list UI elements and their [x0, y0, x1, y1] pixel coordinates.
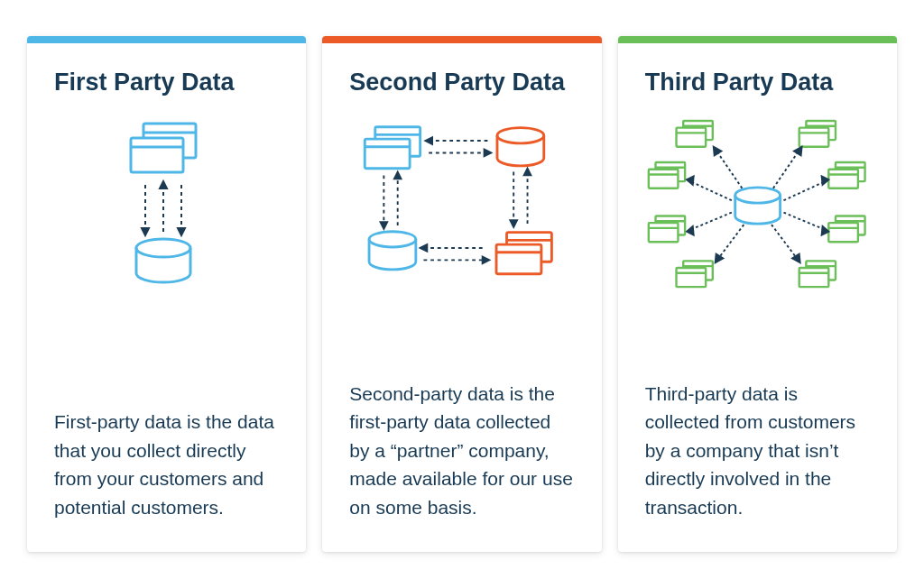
svg-marker-34	[420, 244, 428, 252]
svg-rect-44	[799, 128, 828, 147]
svg-marker-5	[142, 228, 149, 235]
svg-line-78	[690, 213, 732, 230]
card-body: Second Party Data	[322, 43, 601, 552]
svg-rect-19	[496, 244, 541, 274]
svg-marker-79	[687, 226, 694, 235]
card-description: Second-party data is the first-party dat…	[349, 380, 574, 522]
svg-rect-60	[828, 223, 858, 242]
svg-point-16	[369, 232, 416, 247]
card-second-party: Second Party Data	[322, 36, 601, 552]
svg-line-84	[772, 225, 798, 259]
svg-marker-71	[713, 147, 721, 156]
first-party-diagram	[54, 106, 279, 304]
svg-marker-73	[794, 147, 802, 156]
svg-marker-36	[483, 257, 490, 264]
card-third-party: Third Party Data	[618, 36, 897, 552]
card-title: Second Party Data	[349, 69, 574, 96]
svg-point-15	[497, 128, 544, 143]
svg-point-10	[136, 239, 190, 257]
svg-marker-30	[511, 220, 518, 227]
card-accent-bar	[618, 36, 897, 43]
svg-rect-68	[799, 268, 828, 287]
svg-rect-13	[365, 139, 411, 169]
card-body: First Party Data	[27, 43, 306, 552]
svg-line-80	[783, 213, 825, 230]
svg-line-74	[690, 181, 732, 200]
svg-point-37	[735, 188, 780, 203]
svg-rect-40	[676, 128, 706, 147]
card-description: First-party data is the data that you co…	[54, 408, 279, 521]
svg-marker-9	[178, 228, 185, 235]
svg-marker-83	[715, 254, 723, 263]
svg-line-82	[717, 225, 744, 259]
svg-marker-24	[485, 150, 492, 157]
svg-marker-26	[381, 222, 388, 229]
second-party-diagram	[349, 106, 574, 304]
svg-marker-22	[426, 137, 433, 144]
svg-marker-75	[687, 176, 694, 185]
svg-rect-48	[648, 170, 678, 188]
card-accent-bar	[27, 36, 306, 43]
svg-marker-32	[524, 169, 531, 176]
card-description: Third-party data is collected from custo…	[645, 380, 870, 522]
card-accent-bar	[322, 36, 601, 43]
svg-line-72	[773, 151, 799, 188]
svg-rect-64	[676, 268, 706, 287]
svg-rect-56	[648, 223, 678, 242]
card-title: First Party Data	[54, 69, 279, 96]
svg-line-76	[783, 181, 825, 200]
svg-marker-28	[394, 172, 402, 179]
svg-rect-2	[131, 138, 183, 172]
svg-line-70	[716, 151, 742, 188]
card-first-party: First Party Data	[27, 36, 306, 552]
svg-rect-52	[828, 170, 858, 188]
card-body: Third Party Data	[618, 43, 897, 552]
svg-marker-7	[160, 181, 167, 188]
svg-marker-85	[792, 254, 800, 263]
card-title: Third Party Data	[645, 69, 870, 96]
third-party-diagram	[645, 106, 870, 304]
